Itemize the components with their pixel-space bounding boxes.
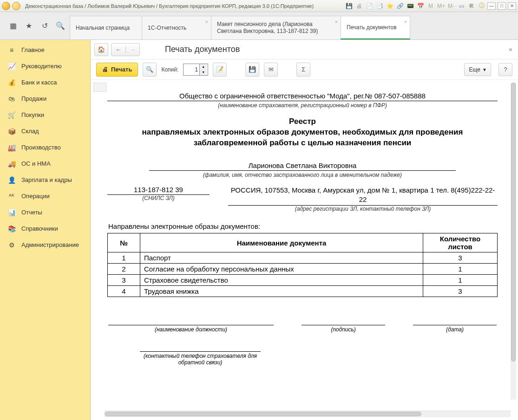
sidebar-item-label: Операции [21,193,50,200]
nav-back-button[interactable]: ← [111,46,125,53]
app-menu-icon[interactable] [2,2,10,10]
chart-icon: 📈 [7,63,16,70]
sidebar-item-manager[interactable]: 📈Руководителю [0,58,90,74]
print-button-label: Печать [111,66,132,73]
spin-up-icon[interactable]: ▲ [200,64,207,70]
sidebar-item-label: Отчеты [21,209,42,216]
tab-close-icon[interactable]: × [205,19,208,25]
page-close-button[interactable]: × [509,46,512,53]
window-minimize-button[interactable]: — [487,2,496,10]
tab-1c-reporting[interactable]: 1С-Отчетность × [142,16,211,39]
favorite-icon[interactable]: ⭐ [386,3,393,9]
memory-mplus-icon[interactable]: M+ [437,3,445,9]
sidebar-item-bank[interactable]: 💰Банк и касса [0,74,90,90]
window-titlebar: Демонстрационная база / Любимов Валерий … [0,0,518,12]
app-dropdown-icon[interactable] [12,2,20,10]
address-value: РОССИЯ, 107553, Москва г, Амурская ул, д… [228,186,498,206]
save-icon[interactable]: 💾 [345,3,353,9]
th-number: № [108,233,140,252]
window-close-button[interactable]: ✕ [508,2,516,10]
tab-close-icon[interactable]: × [335,19,338,25]
tab-label: Начальная страница [76,25,130,31]
scroll-thumb[interactable] [105,412,421,416]
books-icon: 📚 [7,225,16,233]
copies-spinner[interactable]: ▲▼ [183,64,208,76]
nav-buttons: ← → [111,43,140,56]
sidebar-item-label: Покупки [21,111,44,118]
copies-input[interactable] [184,66,199,73]
calc-icon[interactable]: 📟 [407,3,414,9]
document-viewport[interactable]: Общество с ограниченной ответственностью… [91,80,518,411]
help-button[interactable]: ? [498,63,512,76]
print-button[interactable]: 🖨 Печать [96,63,138,77]
history-icon[interactable]: ↺ [40,21,49,31]
cell-num: 1 [108,252,140,264]
sidebar-item-hr[interactable]: 👤Зарплата и кадры [0,172,90,188]
docs-intro: Направлены электронные образы документов… [108,222,498,230]
person-line: Ларионова Светлана Викторовна [149,162,456,171]
tab-pension-layout[interactable]: Макет пенсионного дела (Ларионова Светла… [211,16,341,39]
vertical-scrollbar[interactable] [511,83,516,400]
home-button[interactable]: 🏠 [94,43,108,56]
cell-num: 4 [108,286,140,297]
more-label: Еще [469,66,480,73]
sidebar-item-purchases[interactable]: 🛒Покупки [0,107,90,123]
compare-icon[interactable]: 📑 [376,3,383,9]
contact-phone-caption: (контактный телефон страхователя для обр… [140,351,261,366]
memory-mminus-icon[interactable]: M- [447,3,455,9]
content-area: 🏠 ← → Печать документов × 🖨 Печать 🔍 Коп… [91,40,518,420]
info-icon[interactable]: ⓘ [478,2,485,10]
navigation-sidebar: ≡Главное 📈Руководителю 💰Банк и касса 🛍Пр… [0,40,91,420]
edit-template-button[interactable]: 📝 [213,63,227,77]
more-menu-button[interactable]: Еще ▾ [464,63,491,76]
sidebar-item-catalogs[interactable]: 📚Справочники [0,220,90,237]
horizontal-scrollbar[interactable] [105,411,511,417]
th-count: Количество листов [423,233,498,252]
save-file-button[interactable]: 💾 [245,63,259,77]
sidebar-item-stock[interactable]: 📦Склад [0,123,90,139]
th-name: Наименование документа [140,233,423,252]
cell-name: Страховое свидетельство [140,275,423,286]
calendar-icon[interactable]: 📅 [417,3,424,9]
tab-start-page[interactable]: Начальная страница [70,16,142,39]
sum-button[interactable]: Σ [296,63,310,77]
tab-close-icon[interactable]: × [404,19,407,25]
search-icon[interactable]: 🔍 [56,21,65,31]
doc-title-main: Реестр [107,117,498,126]
tab-print-documents[interactable]: Печать документов × [341,16,410,39]
sidebar-item-reports[interactable]: 📊Отчеты [0,204,90,220]
cell-count: 3 [423,252,498,264]
sidebar-item-label: Производство [21,144,61,151]
favorites-star-icon[interactable]: ★ [24,21,33,31]
sidebar-item-main[interactable]: ≡Главное [0,42,90,58]
nav-forward-button[interactable]: → [125,46,139,53]
page-title: Печать документов [165,45,240,54]
preview-button[interactable]: 🔍 [143,63,157,77]
tools-icon[interactable]: 🛠 [468,3,475,9]
scroll-thumb[interactable] [511,83,516,362]
sidebar-item-production[interactable]: 🏭Производство [0,139,90,155]
print-icon[interactable]: 🖨 [355,3,363,9]
send-email-button[interactable]: ✉ [264,63,278,77]
doc-icon[interactable]: 📄 [366,3,373,9]
address-caption: (адрес регистрации ЗЛ, контактный телефо… [228,206,498,212]
tabstrip: ▦ ★ ↺ 🔍 Начальная страница 1С-Отчетность… [0,12,518,40]
signature-date: (дата) [413,325,497,333]
memory-m-icon[interactable]: M [427,3,434,9]
sidebar-item-admin[interactable]: ⚙Администрирование [0,237,90,253]
apps-grid-icon[interactable]: ▦ [8,21,18,31]
sheet-corner [93,83,106,92]
table-row: 2Согласие на обработку персональных данн… [108,264,498,275]
sidebar-item-assets[interactable]: 🚚ОС и НМА [0,155,90,172]
window-maximize-button[interactable]: □ [498,2,506,10]
sidebar-item-sales[interactable]: 🛍Продажи [0,90,90,107]
cell-name: Согласие на обработку персональных данны… [140,264,423,275]
copies-label: Копий: [161,66,178,73]
sidebar-item-operations[interactable]: ᴬᴷОперации [0,188,90,204]
panel-icon[interactable]: ▭ [458,3,465,9]
print-sheet: Общество с ограниченной ответственностью… [107,83,498,384]
cell-count: 3 [423,286,498,297]
spin-down-icon[interactable]: ▼ [200,70,207,75]
person-icon: 👤 [7,176,16,184]
link-icon[interactable]: 🔗 [396,3,404,9]
